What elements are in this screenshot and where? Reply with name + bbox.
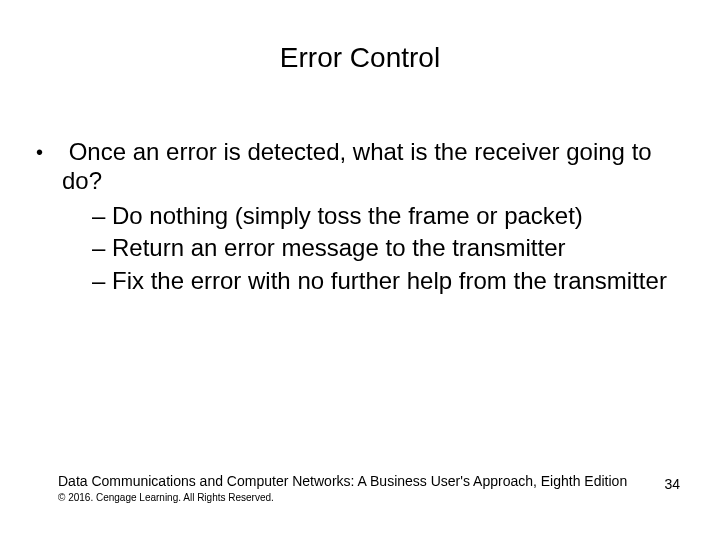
sub-bullet-item: Return an error message to the transmitt…	[92, 234, 670, 263]
bullet-text: Once an error is detected, what is the r…	[62, 138, 652, 194]
footer: Data Communications and Computer Network…	[58, 473, 660, 504]
page-number: 34	[664, 476, 680, 492]
footer-book-title: Data Communications and Computer Network…	[58, 473, 660, 490]
bullet-item: Once an error is detected, what is the r…	[36, 138, 670, 296]
slide-content: Once an error is detected, what is the r…	[36, 138, 670, 302]
footer-copyright: © 2016. Cengage Learning. All Rights Res…	[58, 492, 660, 504]
sub-bullet-item: Do nothing (simply toss the frame or pac…	[92, 202, 670, 231]
sub-bullet-text: Fix the error with no further help from …	[112, 267, 667, 294]
slide-title: Error Control	[0, 42, 720, 74]
sub-bullet-item: Fix the error with no further help from …	[92, 267, 670, 296]
bullet-list-level2: Do nothing (simply toss the frame or pac…	[62, 202, 670, 296]
slide: Error Control Once an error is detected,…	[0, 0, 720, 540]
sub-bullet-text: Do nothing (simply toss the frame or pac…	[112, 202, 583, 229]
bullet-list-level1: Once an error is detected, what is the r…	[36, 138, 670, 296]
sub-bullet-text: Return an error message to the transmitt…	[112, 234, 566, 261]
